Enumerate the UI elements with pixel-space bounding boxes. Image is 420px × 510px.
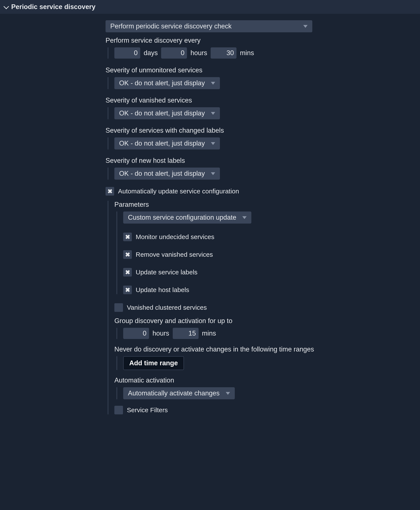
remove-vanished-label: Remove vanished services (136, 251, 213, 258)
section-title: Periodic service discovery (11, 3, 95, 11)
auto-activation-value: Automatically activate changes (128, 389, 220, 397)
vanished-clustered-row: Vanished clustered services (114, 303, 420, 312)
update-service-labels-checkbox[interactable]: ✖ (123, 268, 132, 277)
severity-vanished-value: OK - do not alert, just display (119, 109, 205, 117)
severity-new-host-labels-label: Severity of new host labels (105, 157, 420, 165)
severity-vanished-dropdown[interactable]: OK - do not alert, just display (114, 107, 220, 119)
chevron-down-icon (3, 4, 9, 9)
chevron-down-icon (211, 82, 215, 85)
update-host-labels-checkbox[interactable]: ✖ (123, 285, 132, 294)
update-service-labels-label: Update service labels (136, 269, 197, 276)
chevron-down-icon (211, 142, 215, 145)
hours-unit: hours (190, 49, 207, 57)
discovery-mode-dropdown[interactable]: Perform periodic service discovery check (105, 20, 312, 32)
severity-unmonitored-value: OK - do not alert, just display (119, 79, 205, 87)
interval-days-input[interactable] (114, 47, 140, 59)
monitor-undecided-label: Monitor undecided services (136, 233, 214, 240)
interval-label: Perform service discovery every (105, 37, 420, 44)
mins-unit: mins (240, 49, 254, 57)
auto-update-label: Automatically update service configurati… (118, 188, 239, 195)
remove-vanished-row: ✖ Remove vanished services (123, 250, 420, 259)
parameters-label: Parameters (114, 201, 420, 209)
group-discovery-label: Group discovery and activation for up to (114, 317, 420, 325)
remove-vanished-checkbox[interactable]: ✖ (123, 250, 132, 259)
group-hours-input[interactable] (123, 328, 149, 339)
auto-activation-label: Automatic activation (114, 376, 420, 384)
severity-changed-labels-value: OK - do not alert, just display (119, 140, 205, 147)
severity-unmonitored-dropdown[interactable]: OK - do not alert, just display (114, 77, 220, 89)
section-content: Perform periodic service discovery check… (0, 14, 420, 426)
group-mins-unit: mins (202, 330, 216, 337)
add-time-range-button[interactable]: Add time range (123, 356, 184, 370)
days-unit: days (144, 49, 158, 57)
monitor-undecided-row: ✖ Monitor undecided services (123, 232, 420, 241)
vanished-clustered-checkbox[interactable] (114, 303, 123, 312)
service-filters-checkbox[interactable] (114, 406, 123, 414)
params-mode-dropdown[interactable]: Custom service configuration update (123, 211, 251, 224)
never-discovery-label: Never do discovery or activate changes i… (114, 345, 420, 353)
severity-unmonitored-label: Severity of unmonitored services (105, 66, 420, 74)
group-mins-input[interactable] (173, 328, 199, 339)
chevron-down-icon (242, 216, 247, 219)
group-hours-unit: hours (152, 330, 169, 337)
chevron-down-icon (211, 172, 215, 175)
monitor-undecided-checkbox[interactable]: ✖ (123, 232, 132, 241)
interval-row: days hours mins (114, 47, 420, 59)
interval-hours-input[interactable] (161, 47, 187, 59)
severity-changed-labels-label: Severity of services with changed labels (105, 127, 420, 134)
severity-new-host-labels-dropdown[interactable]: OK - do not alert, just display (114, 168, 220, 180)
service-filters-label: Service Filters (127, 406, 168, 414)
service-filters-row: Service Filters (114, 406, 420, 414)
section-header[interactable]: Periodic service discovery (0, 0, 420, 14)
update-service-labels-row: ✖ Update service labels (123, 268, 420, 277)
vanished-clustered-label: Vanished clustered services (127, 304, 207, 311)
update-host-labels-row: ✖ Update host labels (123, 285, 420, 294)
chevron-down-icon (226, 392, 230, 395)
update-host-labels-label: Update host labels (136, 286, 189, 293)
discovery-mode-value: Perform periodic service discovery check (110, 22, 232, 30)
auto-activation-dropdown[interactable]: Automatically activate changes (123, 387, 235, 399)
interval-mins-input[interactable] (211, 47, 237, 59)
auto-update-checkbox[interactable]: ✖ (105, 187, 114, 195)
chevron-down-icon (303, 25, 308, 28)
severity-changed-labels-dropdown[interactable]: OK - do not alert, just display (114, 137, 220, 150)
severity-new-host-labels-value: OK - do not alert, just display (119, 170, 205, 178)
severity-vanished-label: Severity of vanished services (105, 97, 420, 104)
params-mode-value: Custom service configuration update (128, 214, 236, 221)
auto-update-row: ✖ Automatically update service configura… (105, 187, 420, 195)
group-discovery-row: hours mins (123, 328, 420, 339)
chevron-down-icon (211, 112, 215, 115)
